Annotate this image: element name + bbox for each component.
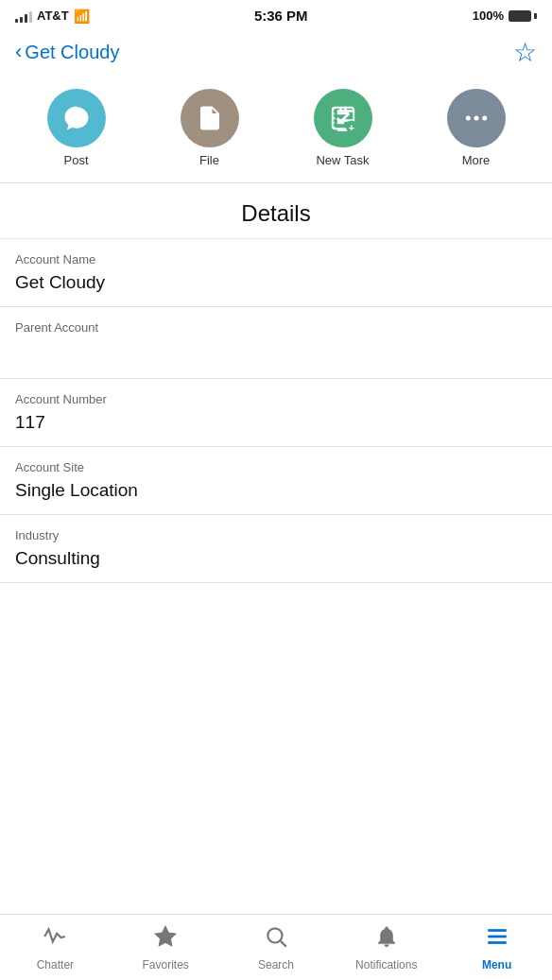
svg-text:+: + (348, 122, 354, 132)
newtask-action[interactable]: + New Task (305, 89, 381, 167)
favorites-label: Favorites (143, 958, 189, 971)
parent-account-value (15, 340, 537, 365)
file-action[interactable]: File (172, 89, 248, 167)
svg-marker-8 (155, 926, 176, 946)
post-circle (47, 89, 106, 147)
account-number-value: 117 (15, 412, 537, 433)
status-right: 100% (473, 9, 537, 23)
status-time: 5:36 PM (254, 8, 308, 24)
search-icon (264, 924, 288, 954)
account-name-field: Account Name Get Cloudy (0, 239, 552, 307)
menu-icon (485, 924, 509, 954)
more-label: More (462, 153, 491, 167)
battery-icon (509, 10, 537, 22)
industry-label: Industry (15, 528, 537, 542)
nav-header: ‹ Get Cloudy ☆ (0, 31, 552, 77)
account-number-field: Account Number 117 (0, 379, 552, 447)
newtask-circle: + (314, 89, 372, 147)
post-label: Post (63, 153, 88, 167)
more-action[interactable]: More (439, 89, 514, 167)
post-action[interactable]: Post (39, 89, 114, 167)
status-bar: AT&T 📶 5:36 PM 100% (0, 0, 552, 31)
back-button[interactable]: ‹ Get Cloudy (15, 42, 119, 63)
account-number-label: Account Number (15, 392, 537, 406)
menu-label: Menu (482, 958, 511, 971)
notifications-label: Notifications (355, 958, 417, 971)
tab-search[interactable]: Search (238, 924, 314, 971)
back-label: Get Cloudy (25, 42, 119, 63)
newtask-icon: + (329, 104, 357, 132)
svg-point-5 (465, 116, 470, 121)
svg-point-6 (474, 116, 478, 121)
notifications-icon (374, 924, 399, 954)
back-chevron-icon: ‹ (15, 42, 22, 62)
carrier-label: AT&T (37, 9, 69, 23)
tab-favorites[interactable]: Favorites (128, 924, 203, 971)
parent-account-field: Parent Account (0, 307, 552, 379)
tab-bar: Chatter Favorites Search Notifications (0, 914, 552, 980)
tab-chatter[interactable]: Chatter (17, 924, 93, 971)
wifi-icon: 📶 (74, 9, 90, 24)
account-site-field: Account Site Single Location (0, 447, 552, 515)
account-site-value: Single Location (15, 480, 537, 501)
favorite-button[interactable]: ☆ (513, 37, 537, 68)
svg-point-9 (267, 928, 282, 942)
action-row: Post File + New Task (0, 77, 552, 183)
newtask-label: New Task (316, 153, 369, 167)
svg-line-10 (281, 940, 286, 946)
parent-account-label: Parent Account (15, 320, 537, 335)
industry-value: Consulting (15, 548, 537, 569)
file-icon (196, 104, 224, 132)
favorites-icon (153, 924, 178, 954)
more-circle (447, 89, 506, 147)
content-area: Details Account Name Get Cloudy Parent A… (0, 183, 552, 654)
industry-field: Industry Consulting (0, 515, 552, 583)
more-icon (462, 104, 491, 132)
details-title: Details (0, 183, 552, 239)
battery-percent: 100% (473, 9, 504, 23)
file-circle (181, 89, 239, 147)
svg-point-7 (482, 116, 487, 121)
account-site-label: Account Site (15, 460, 537, 474)
account-name-label: Account Name (15, 252, 537, 266)
post-icon (62, 104, 91, 132)
chatter-label: Chatter (37, 958, 74, 971)
chatter-icon (43, 924, 67, 954)
file-label: File (199, 153, 219, 167)
tab-notifications[interactable]: Notifications (349, 924, 424, 971)
account-name-value: Get Cloudy (15, 272, 537, 293)
status-left: AT&T 📶 (15, 9, 90, 24)
tab-menu[interactable]: Menu (459, 924, 535, 971)
search-label: Search (258, 958, 294, 971)
signal-icon (15, 9, 32, 23)
